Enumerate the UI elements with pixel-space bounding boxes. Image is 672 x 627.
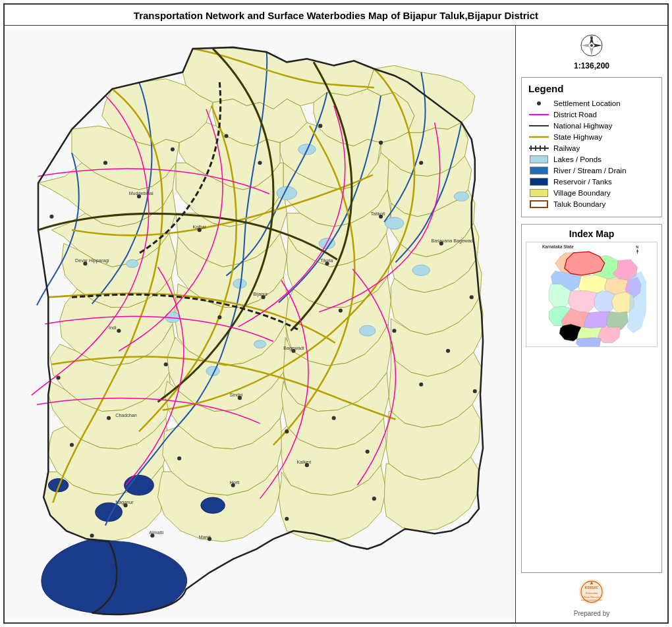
svg-point-50 bbox=[126, 259, 138, 267]
svg-point-75 bbox=[332, 416, 336, 420]
legend-item-lakes: Lakes / Ponds bbox=[528, 155, 655, 163]
svg-point-49 bbox=[359, 325, 375, 336]
svg-point-121 bbox=[590, 44, 593, 47]
svg-point-91 bbox=[258, 161, 262, 165]
svg-point-73 bbox=[285, 429, 289, 433]
svg-point-51 bbox=[454, 192, 468, 201]
karnataka-state-label: Karnataka State bbox=[542, 244, 574, 249]
svg-point-95 bbox=[171, 148, 175, 151]
taluk-symbol bbox=[530, 200, 548, 208]
svg-point-82 bbox=[70, 443, 74, 447]
legend-label-village: Village Boundary bbox=[553, 189, 611, 197]
lakes-symbol bbox=[530, 155, 548, 163]
svg-point-85 bbox=[285, 517, 289, 521]
svg-text:KSRSAC: KSRSAC bbox=[585, 586, 599, 589]
svg-text:Bijapur: Bijapur bbox=[253, 292, 268, 297]
svg-marker-118 bbox=[581, 43, 590, 47]
legend-item-settlement: Settlement Location bbox=[528, 99, 655, 107]
legend-label-settlement: Settlement Location bbox=[553, 99, 621, 107]
legend-box: Legend Settlement Location District Road… bbox=[521, 77, 662, 217]
svg-text:Horti: Horti bbox=[230, 480, 240, 485]
legend-item-national-highway: National Highway bbox=[528, 122, 655, 130]
svg-text:N: N bbox=[590, 36, 593, 40]
map-area: Bijapur Kolhar Tikota Muddebihal Talikot… bbox=[5, 26, 516, 622]
state-highway-symbol bbox=[529, 134, 549, 140]
legend-title: Legend bbox=[528, 83, 655, 94]
svg-point-92 bbox=[318, 124, 322, 128]
svg-point-54 bbox=[125, 475, 154, 495]
legend-label-taluk: Taluk Boundary bbox=[553, 200, 605, 208]
prepared-by-text: Prepared by bbox=[574, 610, 609, 617]
svg-marker-119 bbox=[593, 43, 602, 47]
river-symbol bbox=[530, 167, 548, 175]
svg-point-86 bbox=[90, 533, 94, 537]
svg-text:Tikota: Tikota bbox=[320, 258, 333, 263]
svg-text:Devar Hipparagi: Devar Hipparagi bbox=[75, 258, 109, 263]
svg-text:State Remote: State Remote bbox=[584, 595, 600, 599]
svg-point-77 bbox=[57, 376, 61, 380]
svg-point-47 bbox=[412, 265, 430, 275]
scale-text: 1:136,200 bbox=[574, 61, 609, 70]
svg-text:Bagewadi: Bagewadi bbox=[283, 346, 304, 351]
svg-text:Indi: Indi bbox=[109, 325, 117, 331]
svg-point-98 bbox=[49, 215, 53, 219]
svg-text:Naganur: Naganur bbox=[115, 500, 134, 505]
svg-point-81 bbox=[366, 450, 370, 454]
svg-point-87 bbox=[372, 497, 376, 501]
svg-point-96 bbox=[419, 161, 423, 165]
index-section: Index Map Karnataka State N bbox=[521, 224, 662, 573]
side-panel: N 1:136,200 Legend Settlement Location D… bbox=[516, 26, 667, 622]
legend-label-river: River / Stream / Drain bbox=[553, 167, 627, 175]
svg-point-76 bbox=[419, 383, 423, 387]
svg-point-63 bbox=[117, 329, 121, 333]
svg-text:Karnataka: Karnataka bbox=[586, 591, 598, 595]
svg-point-89 bbox=[470, 295, 474, 299]
svg-text:Chadchan: Chadchan bbox=[115, 413, 137, 418]
svg-point-88 bbox=[446, 349, 450, 353]
ksrsac-footer: KSRSAC Karnataka State Remote Prepared b… bbox=[521, 577, 662, 617]
svg-point-69 bbox=[339, 309, 343, 313]
svg-point-97 bbox=[103, 161, 107, 165]
legend-item-village: Village Boundary bbox=[528, 189, 655, 197]
legend-label-railway: Railway bbox=[553, 144, 580, 152]
svg-text:Muddebihal: Muddebihal bbox=[129, 191, 154, 196]
legend-item-river: River / Stream / Drain bbox=[528, 167, 655, 175]
svg-point-74 bbox=[177, 456, 181, 460]
svg-point-72 bbox=[107, 416, 111, 420]
legend-item-taluk: Taluk Boundary bbox=[528, 200, 655, 208]
svg-text:N: N bbox=[636, 245, 638, 249]
svg-point-93 bbox=[379, 141, 383, 145]
railway-symbol bbox=[529, 145, 549, 151]
index-map-container: Karnataka State N bbox=[526, 242, 658, 347]
svg-text:Almatti: Almatti bbox=[149, 530, 163, 535]
svg-point-68 bbox=[217, 315, 221, 319]
svg-point-55 bbox=[201, 497, 225, 513]
svg-point-71 bbox=[392, 329, 396, 333]
legend-label-lakes: Lakes / Ponds bbox=[553, 155, 602, 163]
settlement-symbol bbox=[537, 101, 541, 105]
legend-label-national-highway: National Highway bbox=[553, 122, 613, 130]
legend-label-reservoir: Reservoir / Tanks bbox=[553, 178, 612, 186]
reservoir-symbol bbox=[530, 178, 548, 186]
svg-text:Marol: Marol bbox=[199, 535, 211, 540]
compass-scale-section: N 1:136,200 bbox=[521, 31, 662, 70]
svg-point-53 bbox=[254, 340, 266, 348]
svg-point-70 bbox=[164, 362, 168, 366]
svg-point-94 bbox=[224, 134, 228, 138]
village-symbol bbox=[530, 189, 548, 197]
legend-label-state-highway: State Highway bbox=[553, 133, 602, 141]
svg-marker-117 bbox=[590, 47, 594, 56]
svg-text:Basavana Bagewadi: Basavana Bagewadi bbox=[432, 238, 474, 244]
svg-point-45 bbox=[385, 217, 404, 229]
svg-text:Kalkeri: Kalkeri bbox=[297, 460, 312, 465]
compass-symbol: N bbox=[580, 34, 603, 60]
map-title: Transportation Network and Surface Water… bbox=[5, 5, 667, 26]
svg-marker-145 bbox=[576, 338, 601, 346]
svg-text:Talikoti: Talikoti bbox=[371, 211, 385, 217]
svg-text:Sindgi: Sindgi bbox=[230, 393, 243, 398]
legend-label-district-road: District Road bbox=[553, 111, 597, 119]
legend-item-railway: Railway bbox=[528, 144, 655, 152]
svg-point-90 bbox=[473, 389, 477, 393]
legend-item-state-highway: State Highway bbox=[528, 133, 655, 141]
national-highway-symbol bbox=[529, 125, 549, 127]
